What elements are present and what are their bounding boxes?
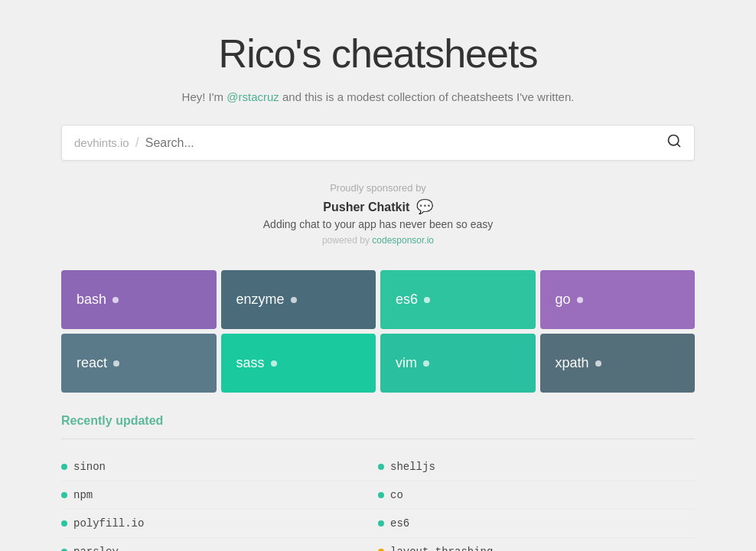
card-dot <box>423 360 429 367</box>
section-divider <box>61 439 695 439</box>
card-dot <box>271 360 277 367</box>
list-item-label: es6 <box>390 517 409 530</box>
list-item-label: polyfill.io <box>73 517 144 530</box>
list-item-label: sinon <box>73 461 106 473</box>
list-left-column: sinonnpmpolyfill.ioparsley <box>61 453 378 551</box>
search-bar: devhints.io / <box>61 125 695 161</box>
sponsor-name: Pusher Chatkit 💬 <box>61 198 695 215</box>
search-domain: devhints.io <box>74 136 129 149</box>
card-label: xpath <box>556 355 589 371</box>
card-sass[interactable]: sass <box>221 334 376 393</box>
codesponsor-link[interactable]: codesponsor.io <box>372 235 434 246</box>
list-item-label: npm <box>73 489 93 501</box>
powered-by-prefix: powered by <box>322 235 372 246</box>
list-item-label: parsley <box>73 546 119 551</box>
card-label: enzyme <box>236 292 285 308</box>
subtitle: Hey! I'm @rstacruz and this is a modest … <box>61 90 695 103</box>
list-dot <box>378 520 384 527</box>
card-vim[interactable]: vim <box>380 334 536 393</box>
search-button[interactable] <box>660 133 682 152</box>
site-title: Rico's cheatsheets <box>61 0 695 90</box>
list-item[interactable]: co <box>378 481 695 510</box>
card-dot <box>577 297 583 303</box>
card-label: react <box>77 355 107 371</box>
list-item[interactable]: layout-thrashing <box>378 538 695 551</box>
card-label: bash <box>77 292 106 308</box>
card-xpath[interactable]: xpath <box>540 334 696 393</box>
list-item[interactable]: es6 <box>378 510 695 538</box>
list-right-column: shelljscoes6layout-thrashing <box>378 453 695 551</box>
list-item[interactable]: npm <box>61 481 378 510</box>
card-label: go <box>556 292 571 308</box>
list-item-label: shelljs <box>390 461 435 473</box>
card-es6[interactable]: es6 <box>380 270 536 329</box>
card-label: es6 <box>396 292 418 308</box>
card-go[interactable]: go <box>540 270 696 329</box>
sponsor-description: Adding chat to your app has never been s… <box>61 218 695 230</box>
search-input[interactable] <box>145 136 660 150</box>
search-icon <box>666 133 682 148</box>
card-dot <box>113 360 119 367</box>
search-separator: / <box>135 135 139 151</box>
card-dot <box>291 297 297 303</box>
list-item-label: layout-thrashing <box>390 546 493 551</box>
card-react[interactable]: react <box>61 334 217 393</box>
card-label: sass <box>236 355 265 371</box>
list-dot <box>61 464 67 470</box>
list-dot <box>378 492 384 498</box>
sponsor-name-bold: Pusher Chatkit <box>323 201 409 214</box>
list-dot <box>378 464 384 470</box>
list-item[interactable]: polyfill.io <box>61 510 378 538</box>
card-bash[interactable]: bash <box>61 270 217 329</box>
subtitle-suffix: and this is a modest collection of cheat… <box>279 90 575 103</box>
recently-updated-title: Recently updated <box>61 414 695 428</box>
list-dot <box>61 520 67 527</box>
list-item[interactable]: parsley <box>61 538 378 551</box>
recently-updated-section: Recently updated sinonnpmpolyfill.iopars… <box>61 414 695 551</box>
sponsor-section: Proudly sponsored by Pusher Chatkit 💬 Ad… <box>61 182 695 246</box>
list-dot <box>61 492 67 498</box>
list-item[interactable]: shelljs <box>378 453 695 481</box>
recently-updated-list: sinonnpmpolyfill.ioparsleyshelljscoes6la… <box>61 453 695 551</box>
powered-by: powered by codesponsor.io <box>61 235 695 246</box>
list-item-label: co <box>390 489 403 501</box>
card-dot <box>595 360 601 367</box>
card-dot <box>112 297 119 303</box>
sponsor-label: Proudly sponsored by <box>61 182 695 194</box>
chat-icon: 💬 <box>416 198 433 215</box>
svg-line-1 <box>677 144 680 147</box>
list-item[interactable]: sinon <box>61 453 378 481</box>
card-enzyme[interactable]: enzyme <box>221 270 376 329</box>
card-label: vim <box>396 355 417 371</box>
twitter-link[interactable]: @rstacruz <box>226 90 279 103</box>
subtitle-prefix: Hey! I'm <box>182 90 227 103</box>
cards-grid: bashenzymees6goreactsassvimxpath <box>61 270 695 393</box>
card-dot <box>424 297 430 303</box>
